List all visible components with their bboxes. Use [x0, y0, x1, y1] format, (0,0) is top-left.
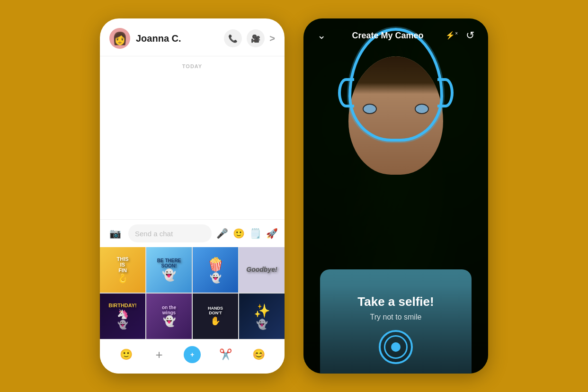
video-call-button[interactable]: 🎥 [247, 29, 265, 47]
sticker-item[interactable]: THISISFIN 🪝 [100, 247, 145, 293]
emoji-icon: 🙂 [120, 348, 133, 361]
input-placeholder: Send a chat [135, 230, 173, 238]
sticker-item[interactable]: 🍿 👻 [193, 247, 238, 293]
sticker-item[interactable]: BIRTHDAY! 🦄 👻 [100, 294, 145, 339]
header-actions: 📞 🎥 > [224, 29, 275, 47]
bottom-nav: 🙂 + + ✂️ 😊 [100, 339, 285, 374]
sticker-item[interactable]: Goodbye! [239, 247, 285, 293]
scissors-icon: ✂️ [219, 348, 232, 361]
contact-name: Joanna C. [136, 33, 218, 44]
nav-scissors[interactable]: ✂️ [216, 345, 235, 364]
chat-header: 👩 Joanna C. 📞 🎥 > [100, 18, 285, 56]
face-icon: 😊 [252, 348, 265, 361]
bitmoji-icon[interactable]: 🙂 [233, 228, 245, 239]
flash-icon[interactable]: ⚡× [445, 31, 458, 40]
today-label: TODAY [100, 56, 285, 76]
selfie-title: Take a selfie! [357, 294, 434, 309]
chevron-right-icon[interactable]: > [269, 33, 275, 44]
nav-emoji[interactable]: 🙂 [116, 345, 135, 364]
sticker-item[interactable]: on thewings 👻 [146, 294, 192, 339]
nav-face[interactable]: 😊 [249, 345, 268, 364]
input-icons: 🎤 🙂 🗒️ 🚀 [216, 228, 278, 239]
phone-icon: 📞 [228, 34, 238, 43]
chevron-down-icon: ⌄ [317, 29, 326, 42]
rocket-icon[interactable]: 🚀 [266, 228, 278, 239]
microphone-icon[interactable]: 🎤 [216, 228, 228, 239]
chat-messages [100, 76, 285, 219]
screenshots-container: 👩 Joanna C. 📞 🎥 > TODAY 📷 [86, 4, 502, 388]
camera-bottom: Take a selfie! Try not to smile [303, 285, 488, 374]
shutter-dot [391, 342, 401, 352]
sticker-icon[interactable]: 🗒️ [249, 228, 261, 239]
avatar: 👩 [109, 28, 130, 49]
camera-header: ⌄ Create My Cameo ⚡× ↺ [303, 18, 488, 49]
refresh-icon: ↺ [466, 29, 474, 42]
sticker-item[interactable]: BE THERE SOON! 👻 [146, 247, 192, 293]
selfie-subtitle: Try not to smile [370, 313, 422, 321]
sticker-plus-icon: + [184, 346, 201, 363]
camera-view: ⌄ Create My Cameo ⚡× ↺ Take a selfie! Tr… [303, 18, 488, 374]
camera-button[interactable]: 📷 [107, 225, 124, 242]
nav-sticker[interactable]: + [183, 345, 202, 364]
sticker-grid: THISISFIN 🪝 BE THERE SOON! 👻 🍿 👻 Goodbye [100, 247, 285, 339]
refresh-button[interactable]: ↺ [462, 27, 479, 44]
camera-icon: 📷 [109, 228, 121, 239]
chat-input[interactable]: Send a chat [128, 224, 212, 242]
add-icon: + [155, 347, 162, 362]
sticker-item[interactable]: ✨ 👻 [239, 294, 285, 339]
shutter-inner [384, 335, 408, 359]
nav-add[interactable]: + [150, 345, 169, 364]
sticker-item[interactable]: HANDSDON'T ✋ [193, 294, 238, 339]
shutter-button[interactable] [379, 330, 413, 364]
camera-title: Create My Cameo [352, 31, 424, 41]
call-button[interactable]: 📞 [224, 29, 242, 47]
video-icon: 🎥 [251, 34, 260, 43]
phone-right: ⌄ Create My Cameo ⚡× ↺ Take a selfie! Tr… [303, 18, 488, 374]
chat-body: TODAY [100, 56, 285, 219]
back-button[interactable]: ⌄ [313, 27, 330, 44]
chat-input-row: 📷 Send a chat 🎤 🙂 🗒️ 🚀 [100, 219, 285, 247]
phone-left: 👩 Joanna C. 📞 🎥 > TODAY 📷 [100, 18, 285, 374]
